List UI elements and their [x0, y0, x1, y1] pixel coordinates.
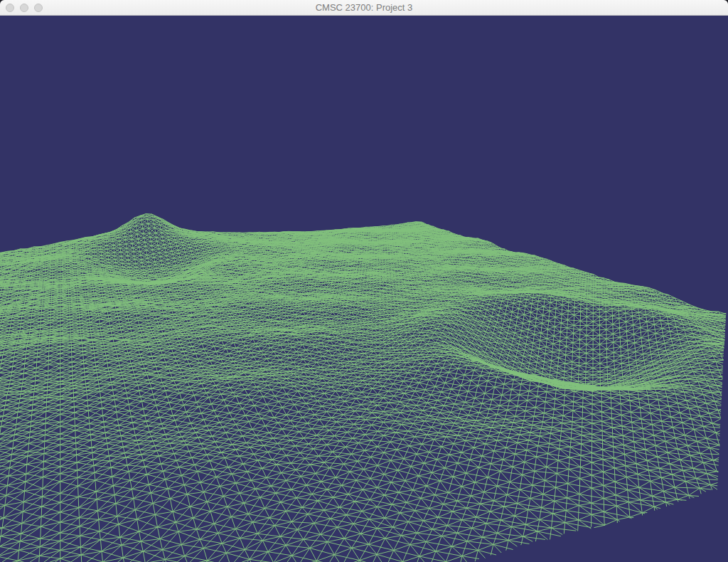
- app-window: CMSC 23700: Project 3: [0, 0, 728, 562]
- titlebar[interactable]: CMSC 23700: Project 3: [0, 0, 728, 16]
- window-title: CMSC 23700: Project 3: [0, 0, 728, 16]
- terrain-viewport[interactable]: [0, 16, 728, 562]
